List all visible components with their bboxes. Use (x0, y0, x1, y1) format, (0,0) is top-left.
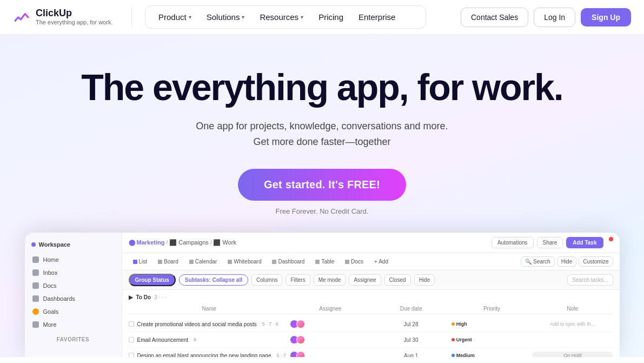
app-preview: Workspace Home Inbox Docs Dashboards (25, 233, 620, 357)
hide-button[interactable]: Hide (557, 256, 577, 267)
closed-button[interactable]: Closed (384, 274, 411, 286)
tab-board[interactable]: Board (154, 256, 183, 267)
navbar: ClickUp The everything app, for work. Pr… (0, 0, 644, 35)
task-priority-cell: Urgent (452, 337, 532, 342)
task-name-cell: Design an email blast announcing the new… (129, 353, 290, 358)
hero-title: The everything app, for work. (79, 67, 566, 108)
tab-table[interactable]: Table (311, 256, 338, 267)
tab-dashboard[interactable]: Dashboard (268, 256, 309, 267)
tab-whiteboard[interactable]: Whiteboard (223, 256, 265, 267)
dashboards-icon (32, 295, 39, 302)
app-topbar: ⬤ Marketing / ⬛ Campaigns / ⬛ Work Autom… (122, 233, 620, 253)
chevron-down-icon: ▾ (189, 14, 191, 20)
app-sidebar: Workspace Home Inbox Docs Dashboards (25, 233, 122, 357)
task-tags: 8 (194, 337, 196, 342)
priority-indicator (452, 322, 455, 326)
nav-item-enterprise[interactable]: Enterprise (352, 9, 402, 25)
chevron-down-icon: ▾ (301, 14, 303, 20)
app-main-area: ⬤ Marketing / ⬛ Campaigns / ⬛ Work Autom… (122, 233, 620, 357)
priority-indicator (452, 338, 455, 341)
view-tabs: List Board Calendar Whiteboard (122, 253, 620, 270)
more-icon (32, 321, 39, 328)
task-content-area: ▶ To Do 3 · · · Name Assignee Due date P… (122, 290, 620, 357)
logo-brand-name: ClickUp (36, 8, 112, 19)
filters-button[interactable]: Filters (286, 274, 310, 286)
sidebar-item-docs[interactable]: Docs (25, 279, 122, 292)
sidebar-item-goals[interactable]: Goals (25, 305, 122, 318)
task-checkbox[interactable] (129, 353, 134, 357)
table-icon (315, 260, 320, 264)
docs-icon (32, 282, 39, 289)
tab-docs[interactable]: Docs (341, 256, 368, 267)
columns-button[interactable]: Columns (251, 274, 282, 286)
logo-text: ClickUp The everything app, for work. (36, 8, 112, 26)
docs-tab-icon (345, 260, 349, 264)
contact-sales-button[interactable]: Contact Sales (461, 8, 528, 27)
sidebar-item-inbox[interactable]: Inbox (25, 266, 122, 279)
chevron-down-icon: ▾ (242, 14, 244, 20)
search-tasks-input[interactable]: Search tasks... (567, 274, 613, 286)
hero-cta-subtext: Free Forever. No Credit Card. (13, 207, 631, 215)
group-status-button[interactable]: Group Status (129, 274, 176, 286)
nav-item-pricing[interactable]: Pricing (312, 9, 350, 25)
automations-button[interactable]: Automations (492, 237, 534, 248)
hide-toolbar-button[interactable]: Hide (414, 274, 435, 286)
task-assignees-cell (290, 320, 370, 328)
hero-cta-button[interactable]: Get started. It's FREE! (238, 169, 406, 201)
task-tags: 5 · 7 (276, 353, 286, 357)
task-toolbar: Group Status Subtasks: Collapse all Colu… (122, 270, 620, 290)
subtasks-button[interactable]: Subtasks: Collapse all (179, 274, 248, 286)
clickup-logo-icon (13, 9, 30, 26)
logo-tagline: The everything app, for work. (36, 19, 112, 26)
breadcrumb-marketing: ⬤ Marketing (129, 239, 165, 246)
avatar (296, 335, 305, 344)
login-button[interactable]: Log In (534, 8, 575, 27)
task-assignees-cell (290, 335, 370, 344)
task-due-date-cell: Jul 28 (370, 321, 451, 327)
calendar-icon (189, 260, 194, 264)
share-button[interactable]: Share (537, 237, 563, 248)
nav-item-resources[interactable]: Resources ▾ (253, 9, 310, 25)
priority-indicator (452, 354, 455, 357)
signup-button[interactable]: Sign Up (581, 8, 631, 27)
workspace-header: Workspace (25, 239, 122, 253)
workspace-dot (31, 242, 36, 247)
tab-add[interactable]: + Add (370, 256, 393, 267)
me-mode-button[interactable]: Me mode (314, 274, 346, 286)
nav-item-solutions[interactable]: Solutions ▾ (200, 9, 251, 25)
task-priority-cell: Medium (452, 353, 532, 357)
task-checkbox[interactable] (129, 321, 134, 327)
breadcrumb: ⬤ Marketing / ⬛ Campaigns / ⬛ Work (129, 239, 237, 246)
task-checkbox[interactable] (129, 337, 134, 342)
topbar-actions: Automations Share Add Task (492, 237, 613, 248)
table-row[interactable]: Design an email blast announcing the new… (129, 348, 613, 357)
breadcrumb-campaigns: ⬛ Campaigns (169, 239, 209, 246)
sidebar-section-favorites: Favorites (25, 331, 122, 345)
nav-links-container: Product ▾ Solutions ▾ Resources ▾ Pricin… (145, 5, 426, 29)
sidebar-item-more[interactable]: More (25, 318, 122, 331)
table-row[interactable]: Create promotional videos and social med… (129, 316, 613, 332)
nav-right-actions: Contact Sales Log In Sign Up (461, 8, 631, 27)
tab-calendar[interactable]: Calendar (185, 256, 222, 267)
avatar (296, 351, 305, 357)
add-task-button[interactable]: Add Task (566, 237, 603, 248)
customize-button[interactable]: Customize (579, 256, 613, 267)
tab-list[interactable]: List (129, 256, 152, 267)
assignee-button[interactable]: Assignee (349, 274, 381, 286)
logo-area: ClickUp The everything app, for work. (13, 8, 132, 26)
task-section-header: ▶ To Do 3 · · · (129, 294, 613, 300)
sidebar-item-home[interactable]: Home (25, 253, 122, 266)
task-note-cell: On Hold (532, 352, 613, 357)
task-due-date-cell: Jul 30 (370, 337, 451, 343)
task-priority-cell: High (452, 321, 532, 327)
whiteboard-icon (228, 260, 232, 264)
search-button[interactable]: 🔍 Search (521, 256, 554, 267)
home-icon (32, 256, 39, 263)
goals-icon (32, 308, 39, 315)
nav-item-product[interactable]: Product ▾ (152, 9, 198, 25)
sidebar-item-dashboards[interactable]: Dashboards (25, 292, 122, 305)
avatar (296, 320, 305, 328)
table-row[interactable]: Email Announcement 8 Jul 30 Urgent (129, 332, 613, 348)
task-name-cell: Create promotional videos and social med… (129, 321, 290, 327)
task-name-cell: Email Announcement 8 (129, 337, 290, 343)
